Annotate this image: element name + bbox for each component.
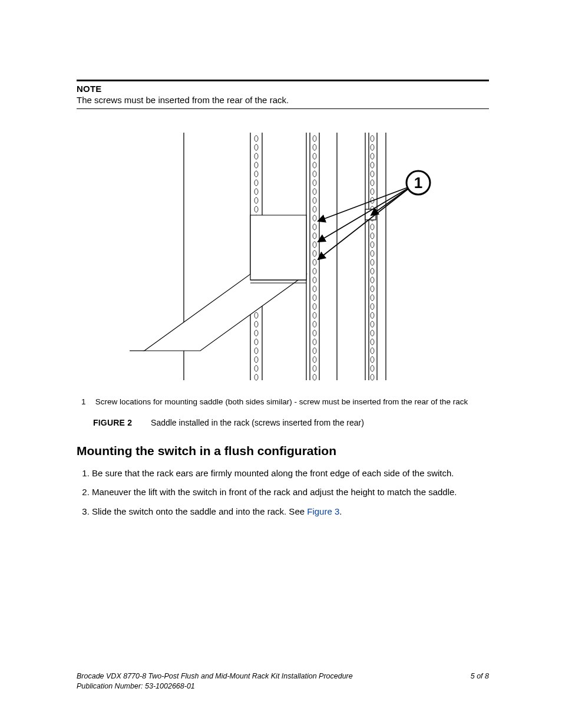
svg-point-68 (371, 144, 374, 150)
figure-label: FIGURE 2 (93, 418, 148, 427)
svg-point-49 (313, 224, 316, 230)
svg-point-51 (313, 242, 316, 248)
figure-callout-number: 1 (414, 174, 422, 192)
svg-point-58 (313, 304, 316, 309)
svg-point-89 (371, 330, 374, 336)
svg-point-32 (254, 321, 258, 327)
svg-point-71 (371, 171, 374, 177)
svg-point-38 (254, 374, 258, 380)
svg-point-57 (313, 295, 316, 301)
svg-point-78 (371, 233, 374, 239)
note-body: The screws must be inserted from the rea… (77, 95, 489, 105)
svg-point-47 (313, 206, 316, 212)
svg-point-42 (313, 162, 316, 168)
svg-point-40 (313, 144, 316, 150)
svg-point-93 (371, 365, 374, 371)
svg-marker-95 (144, 274, 306, 351)
step-3-suffix: . (339, 506, 342, 516)
svg-point-53 (313, 259, 316, 265)
svg-point-15 (254, 171, 258, 177)
footer-title: Brocade VDX 8770-8 Two-Post Flush and Mi… (77, 671, 489, 681)
steps-list: Be sure that the rack ears are firmly mo… (77, 467, 489, 518)
svg-point-73 (371, 189, 374, 195)
svg-point-52 (313, 251, 316, 256)
svg-point-92 (371, 357, 374, 363)
figure-legend: 1 Screw locations for mounting saddle (b… (77, 397, 489, 406)
svg-point-79 (371, 242, 374, 248)
svg-point-94 (371, 374, 374, 380)
svg-point-35 (254, 348, 258, 354)
svg-point-87 (371, 312, 374, 318)
svg-point-80 (371, 251, 374, 256)
svg-point-37 (254, 365, 258, 371)
svg-point-88 (371, 321, 374, 327)
svg-point-86 (371, 304, 374, 309)
svg-point-14 (254, 162, 258, 168)
svg-point-55 (313, 277, 316, 283)
step-1: Be sure that the rack ears are firmly mo… (92, 467, 489, 479)
footer-page-number: 5 of 8 (471, 671, 489, 681)
svg-point-36 (254, 357, 258, 363)
svg-point-34 (254, 339, 258, 345)
svg-point-45 (313, 189, 316, 195)
figure-caption-text: Saddle installed in the rack (screws ins… (151, 418, 364, 427)
svg-point-81 (371, 259, 374, 265)
svg-point-50 (313, 233, 316, 239)
svg-point-41 (313, 153, 316, 159)
figure-caption: FIGURE 2 Saddle installed in the rack (s… (77, 418, 489, 427)
note-rule-top (77, 80, 489, 81)
svg-point-61 (313, 330, 316, 336)
svg-point-11 (254, 136, 258, 141)
svg-marker-96 (250, 215, 306, 280)
page-footer: 5 of 8 Brocade VDX 8770-8 Two-Post Flush… (77, 671, 489, 691)
svg-point-13 (254, 153, 258, 159)
step-3: Slide the switch onto the saddle and int… (92, 506, 489, 518)
svg-point-54 (313, 268, 316, 274)
svg-point-65 (313, 365, 316, 371)
svg-point-31 (254, 312, 258, 318)
figure-2-illustration: 1 (77, 127, 489, 388)
figure-3-link[interactable]: Figure 3 (307, 506, 339, 516)
figure-legend-number: 1 (81, 397, 93, 406)
svg-point-70 (371, 162, 374, 168)
step-3-text: Slide the switch onto the saddle and int… (92, 506, 307, 516)
footer-publication: Publication Number: 53-1002668-01 (77, 681, 489, 691)
callout-1-icon: 1 (406, 171, 430, 195)
svg-point-66 (313, 374, 316, 380)
svg-point-84 (371, 286, 374, 292)
svg-point-72 (371, 180, 374, 186)
svg-point-17 (254, 189, 258, 195)
svg-point-62 (313, 339, 316, 345)
svg-point-48 (313, 215, 316, 221)
svg-point-85 (371, 295, 374, 301)
svg-point-67 (371, 136, 374, 141)
svg-point-63 (313, 348, 316, 354)
svg-point-83 (371, 277, 374, 283)
svg-point-69 (371, 153, 374, 159)
svg-point-12 (254, 144, 258, 150)
svg-point-91 (371, 348, 374, 354)
step-2: Maneuver the lift with the switch in fro… (92, 486, 489, 498)
note-rule-bottom (77, 108, 489, 109)
svg-point-82 (371, 268, 374, 274)
svg-point-43 (313, 171, 316, 177)
svg-point-56 (313, 286, 316, 292)
svg-point-60 (313, 321, 316, 327)
svg-point-18 (254, 197, 258, 203)
note-label: NOTE (77, 84, 489, 94)
svg-point-19 (254, 206, 258, 212)
svg-point-16 (254, 180, 258, 186)
svg-point-44 (313, 180, 316, 186)
svg-point-33 (254, 330, 258, 336)
svg-point-59 (313, 312, 316, 318)
figure-legend-text: Screw locations for mounting saddle (bot… (95, 397, 468, 406)
svg-point-46 (313, 197, 316, 203)
svg-point-90 (371, 339, 374, 345)
svg-point-77 (371, 224, 374, 230)
svg-point-64 (313, 357, 316, 363)
section-heading: Mounting the switch in a flush configura… (77, 444, 489, 458)
svg-point-39 (313, 136, 316, 141)
